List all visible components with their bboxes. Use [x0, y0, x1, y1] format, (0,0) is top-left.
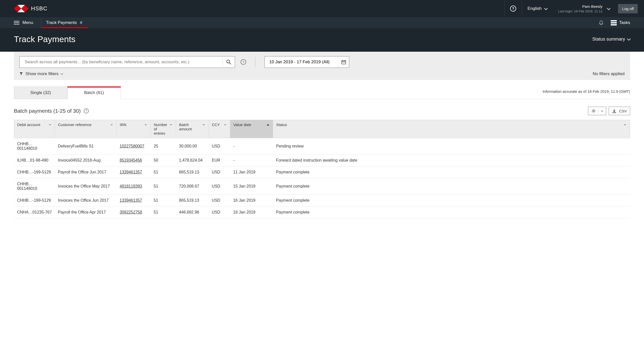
- cell-debit: CNHA…01235-767: [14, 206, 55, 218]
- nav-track-payments[interactable]: Track Payments: [41, 17, 88, 28]
- menu-button[interactable]: Menu: [14, 17, 41, 28]
- columns-settings-button[interactable]: [588, 107, 606, 115]
- sort-icon: [169, 124, 173, 126]
- chevron-down-icon: [61, 72, 63, 75]
- svg-rect-15: [343, 62, 344, 63]
- language-selector[interactable]: English: [522, 0, 553, 17]
- export-csv-button[interactable]: CSV: [609, 107, 630, 115]
- show-more-label: Show more filters: [25, 71, 58, 76]
- csv-label: CSV: [619, 109, 627, 113]
- status-summary-label: Status summary: [592, 37, 625, 42]
- cell-num: 51: [151, 195, 176, 206]
- col-irn[interactable]: IRN: [117, 120, 151, 138]
- cell-vdate: 15 Jan 2019: [230, 178, 273, 195]
- brand-logo[interactable]: HSBC: [14, 5, 47, 13]
- chevron-down-icon: [601, 109, 603, 112]
- table-row[interactable]: CHHB…001148010DeliveryFuelBills S1102275…: [14, 138, 630, 155]
- cell-vdate: 16 Jan 2019: [230, 195, 273, 206]
- calendar-icon: [341, 59, 346, 65]
- col-number-entries[interactable]: Number of entries: [151, 120, 176, 138]
- navbar: Menu Track Payments Tasks: [0, 17, 644, 28]
- list-help-icon[interactable]: ?: [84, 108, 89, 113]
- cell-vdate: 16 Jan 2019: [230, 206, 273, 218]
- svg-rect-16: [344, 62, 345, 63]
- cell-status: Payment complete: [273, 206, 630, 218]
- tasks-icon: [611, 20, 617, 25]
- help-icon[interactable]: ?: [510, 6, 516, 12]
- irn-link[interactable]: 4818118393: [120, 184, 142, 188]
- table-row[interactable]: CHHB…001148010Invoices the Office May 20…: [14, 178, 630, 195]
- language-label: English: [528, 6, 542, 11]
- info-timestamp: Information accurate as of 18 Feb 2019, …: [543, 89, 630, 96]
- cell-num: 50: [151, 155, 176, 166]
- cell-ccy: EUR: [209, 155, 230, 166]
- cell-ref: Invoices the Office May 2017: [55, 178, 117, 195]
- cell-ref: Payroll the Office Apr 2017: [55, 206, 117, 218]
- sort-icon: [48, 124, 52, 126]
- irn-link[interactable]: 10227580007: [120, 144, 144, 148]
- user-section[interactable]: Pam Beesly Last login: 18 Feb 2019, 11:1…: [553, 0, 616, 17]
- date-range-input[interactable]: [265, 59, 338, 65]
- page-header: Track Payments Status summary: [0, 28, 644, 52]
- brand-name: HSBC: [31, 5, 47, 12]
- gear-icon: [591, 109, 596, 113]
- irn-link[interactable]: 3092252758: [120, 210, 142, 214]
- irn-link[interactable]: 1339461357: [120, 198, 142, 202]
- cell-vdate: 11 Jan 2019: [230, 166, 273, 178]
- show-more-filters[interactable]: Show more filters: [19, 71, 63, 76]
- sort-icon: [110, 124, 113, 126]
- table-row[interactable]: CHHB…-199-5129Invoices the Office Jun 20…: [14, 195, 630, 206]
- search-button[interactable]: [223, 59, 235, 65]
- tab-batch[interactable]: Batch (61): [67, 86, 121, 99]
- funnel-icon: [19, 72, 23, 76]
- cell-amt: 720,008.67: [176, 178, 209, 195]
- tasks-button[interactable]: Tasks: [611, 20, 630, 25]
- list-title: Batch payments (1-25 of 30) ?: [14, 108, 89, 114]
- cell-irn: 4818118393: [117, 178, 151, 195]
- search-help-icon[interactable]: ?: [241, 59, 246, 65]
- user-name: Pam Beesly: [582, 4, 602, 9]
- col-batch-amount[interactable]: Batch amount: [176, 120, 209, 138]
- cell-amt: 1,478,624.04: [176, 155, 209, 166]
- cell-status: Payment complete: [273, 178, 630, 195]
- notifications-icon[interactable]: [599, 20, 603, 25]
- status-summary-toggle[interactable]: Status summary: [592, 37, 630, 42]
- cell-irn: 10227580007: [117, 138, 151, 155]
- nav-label: Track Payments: [46, 20, 77, 25]
- cell-amt: 446,692.96: [176, 206, 209, 218]
- col-status[interactable]: Status: [273, 120, 630, 138]
- calendar-button[interactable]: [338, 56, 349, 68]
- topbar: HSBC ? English Pam Beesly Last login: 18…: [0, 0, 644, 17]
- cell-num: 51: [151, 166, 176, 178]
- svg-line-9: [229, 63, 231, 64]
- table-row[interactable]: CNHA…01235-767Payroll the Office Apr 201…: [14, 206, 630, 218]
- cell-status: Forward dated instruction awaiting value…: [273, 155, 630, 166]
- col-debit-account[interactable]: Debit account: [14, 120, 55, 138]
- col-value-date[interactable]: Value date: [230, 120, 273, 138]
- col-ccy[interactable]: CCY: [209, 120, 230, 138]
- table-row[interactable]: ILHB…01-98-490Invoice04552 2018-Aug85193…: [14, 155, 630, 166]
- logoff-button[interactable]: Log off: [618, 4, 638, 13]
- search-input[interactable]: [20, 59, 222, 65]
- tabs: Single (32) Batch (61) Information accur…: [14, 86, 630, 99]
- cell-num: 51: [151, 206, 176, 218]
- tab-single[interactable]: Single (32): [14, 86, 67, 99]
- cell-num: 25: [151, 138, 176, 155]
- table-row[interactable]: CHHB…-199-5129Payroll the Office Jun 201…: [14, 166, 630, 178]
- cell-vdate: -: [230, 155, 273, 166]
- cell-irn: 8519345456: [117, 155, 151, 166]
- menu-label: Menu: [22, 20, 33, 25]
- cell-amt: 865,519.13: [176, 195, 209, 206]
- cell-debit: CHHB…001148010: [14, 138, 55, 155]
- cell-irn: 3092252758: [117, 206, 151, 218]
- cell-irn: 1339461357: [117, 166, 151, 178]
- cell-debit: CHHB…-199-5129: [14, 166, 55, 178]
- payments-table: Debit account Customer reference IRN Num…: [14, 120, 630, 218]
- irn-link[interactable]: 8519345456: [120, 158, 142, 162]
- svg-marker-1: [25, 5, 29, 12]
- cell-ref: Invoices the Office Jun 2017: [55, 195, 117, 206]
- col-customer-reference[interactable]: Customer reference: [55, 120, 117, 138]
- irn-link[interactable]: 1339461357: [120, 170, 142, 174]
- sort-icon: [144, 124, 148, 126]
- cell-num: 51: [151, 178, 176, 195]
